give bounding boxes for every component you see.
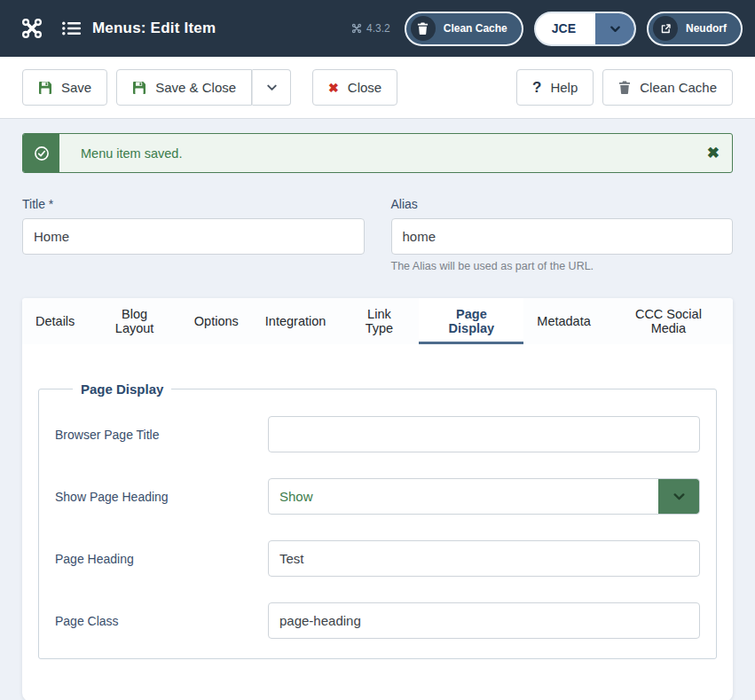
page-display-panel: Page Display Browser Page Title Show Pag… — [22, 344, 733, 700]
title-input[interactable] — [22, 218, 365, 255]
success-alert: Menu item saved. ✖ — [22, 133, 733, 173]
alert-message: Menu item saved. — [59, 134, 707, 172]
page-display-fieldset: Page Display Browser Page Title Show Pag… — [38, 381, 717, 659]
browser-page-title-row: Browser Page Title — [55, 416, 700, 452]
check-circle-icon — [34, 146, 50, 161]
tab-metadata[interactable]: Metadata — [523, 298, 603, 344]
page-heading-row: Page Heading — [55, 540, 700, 577]
tab-blog-layout[interactable]: Blog Layout — [88, 298, 181, 344]
joomla-admin-page: Menus: Edit Item 4.3.2 — [0, 0, 755, 700]
header-clean-cache-button[interactable]: Clean Cache — [405, 12, 523, 46]
joomla-version-icon — [351, 23, 362, 34]
toolbar-clean-cache-button[interactable]: Clean Cache — [602, 69, 733, 106]
browser-page-title-label: Browser Page Title — [55, 428, 268, 442]
page-heading-input[interactable] — [268, 540, 700, 577]
chevron-down-icon — [265, 81, 279, 94]
close-x-icon: ✖ — [328, 81, 339, 95]
tab-link-type[interactable]: Link Type — [339, 298, 419, 344]
save-button[interactable]: Save — [22, 69, 107, 106]
alias-label: Alias — [391, 197, 734, 211]
show-page-heading-row: Show Page Heading Show — [55, 478, 700, 515]
tab-page-display[interactable]: Page Display — [419, 298, 523, 344]
chevron-down-icon[interactable] — [595, 13, 634, 44]
user-menu-button[interactable]: Neudorf — [647, 12, 743, 46]
tab-integration[interactable]: Integration — [252, 298, 340, 344]
trash-icon — [618, 81, 631, 94]
show-page-heading-label: Show Page Heading — [55, 490, 268, 504]
tab-options[interactable]: Options — [181, 298, 252, 344]
tab-details[interactable]: Details — [22, 298, 88, 344]
menu-list-icon[interactable] — [62, 21, 81, 35]
close-button[interactable]: ✖ Close — [312, 69, 397, 106]
external-link-icon — [653, 16, 678, 41]
page-class-label: Page Class — [55, 614, 268, 628]
page-title: Menus: Edit Item — [92, 20, 216, 37]
help-button[interactable]: ? Help — [516, 69, 594, 106]
save-close-split-button: Save & Close — [116, 69, 291, 106]
show-page-heading-select[interactable]: Show — [268, 478, 700, 515]
title-label: Title * — [22, 197, 365, 211]
joomla-logo-icon[interactable] — [11, 17, 53, 40]
browser-page-title-input[interactable] — [268, 416, 700, 452]
main-content: Menu item saved. ✖ Title * Alias The Ali… — [0, 133, 755, 700]
page-class-row: Page Class — [55, 602, 700, 639]
save-actions-dropdown-toggle[interactable] — [252, 69, 291, 106]
page-class-input[interactable] — [268, 602, 700, 639]
edit-item-card: Details Blog Layout Options Integration … — [22, 298, 733, 700]
alias-help-text: The Alias will be used as part of the UR… — [391, 260, 734, 272]
alert-close-button[interactable]: ✖ — [707, 146, 720, 161]
page-heading-label: Page Heading — [55, 552, 268, 566]
save-icon — [132, 81, 146, 95]
tab-bar: Details Blog Layout Options Integration … — [22, 298, 733, 344]
trash-icon — [411, 16, 436, 41]
question-mark-icon: ? — [532, 79, 541, 97]
chevron-down-icon[interactable] — [658, 479, 699, 514]
alias-input[interactable] — [391, 218, 734, 255]
admin-header: Menus: Edit Item 4.3.2 — [0, 0, 755, 57]
save-icon — [38, 81, 52, 95]
save-close-button[interactable]: Save & Close — [116, 69, 252, 106]
fieldset-legend: Page Display — [73, 381, 171, 397]
joomla-version: 4.3.2 — [351, 22, 390, 35]
jce-dropdown[interactable]: JCE — [534, 12, 636, 46]
toolbar: Save Save & Close — [0, 57, 755, 119]
tab-ccc-social-media[interactable]: CCC Social Media — [604, 298, 733, 344]
